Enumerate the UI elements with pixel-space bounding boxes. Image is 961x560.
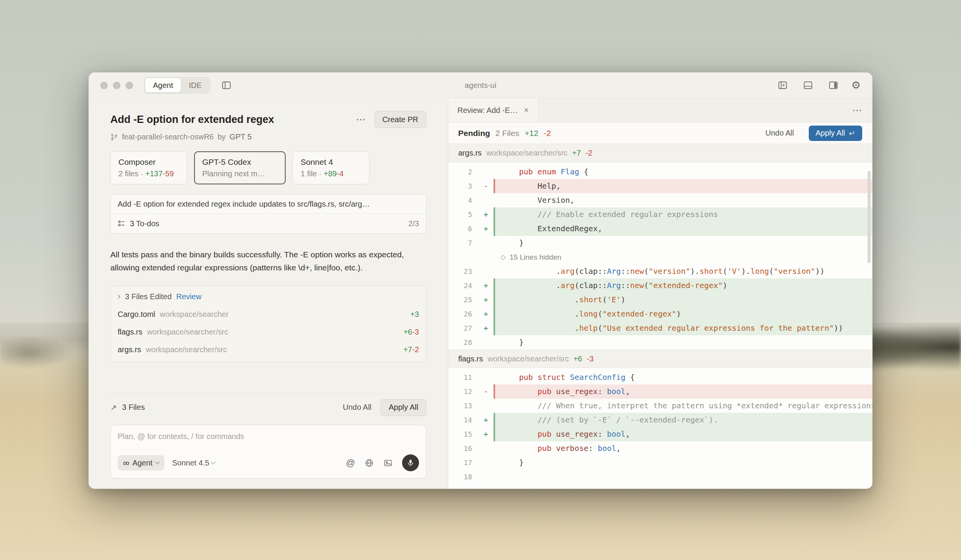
apply-all-button[interactable]: Apply All ↵	[809, 126, 862, 141]
diff-block: 2 pub enum Flag {3- Help,4 Version,5+ //…	[448, 162, 872, 350]
agent-card[interactable]: Composer2 files · +137-59	[110, 151, 187, 184]
git-branch-icon	[110, 133, 118, 141]
scrollbar-thumb[interactable]	[868, 171, 871, 263]
code-token: (clap::	[575, 281, 607, 290]
panel-left-collapse-icon[interactable]	[775, 78, 790, 93]
mode-selector[interactable]: ∞ Agent	[118, 455, 165, 471]
diff-marker	[478, 441, 494, 456]
model-label: Sonnet 4.5	[172, 459, 209, 467]
line-number: 23	[448, 264, 478, 278]
sidebar-toggle-icon[interactable]	[219, 78, 234, 93]
mode-tab-ide[interactable]: IDE	[181, 78, 209, 93]
edited-file-row[interactable]: flags.rsworkspace/searcher/src+6-3	[111, 323, 426, 341]
line-number: 2	[448, 165, 478, 179]
diff-file-header[interactable]: flags.rsworkspace/searcher/src+6-3	[448, 350, 872, 368]
line-number: 16	[448, 441, 478, 456]
diff-marker: +	[478, 222, 494, 236]
review-link[interactable]: Review	[176, 292, 202, 301]
line-number: 4	[448, 193, 478, 207]
line-number: 11	[448, 370, 478, 384]
review-tab[interactable]: Review: Add -E… ×	[448, 98, 539, 122]
apply-all-label: Apply All	[816, 129, 845, 138]
code-token: )	[723, 281, 727, 290]
close-icon[interactable]: ×	[524, 105, 529, 115]
code-token: help	[579, 323, 598, 333]
undo-all-button[interactable]: Undo All	[765, 129, 794, 138]
review-tab-label: Review: Add -E…	[457, 106, 518, 115]
window-minimize-button[interactable]	[113, 82, 120, 89]
code-token: bool	[607, 429, 625, 439]
diff-marker: -	[478, 384, 494, 399]
diff-file-header[interactable]: args.rsworkspace/searcher/src+7-2	[448, 144, 872, 162]
create-pr-button[interactable]: Create PR	[374, 111, 426, 128]
files-edited-header[interactable]: › 3 Files Edited Review	[111, 286, 426, 305]
edited-file-row[interactable]: Cargo.tomlworkspace/searcher+3	[111, 305, 426, 323]
branch-name: feat-parallel-search-oswR6	[122, 133, 214, 141]
edited-file-row[interactable]: args.rsworkspace/searcher/src+7-2	[111, 341, 426, 358]
removed-count: -3	[587, 355, 594, 363]
code-line: .long("extended-regex")	[495, 307, 872, 321]
todos-progress: 2/3	[408, 219, 419, 228]
model-selector[interactable]: Sonnet 4.5	[172, 459, 215, 467]
code-token: .	[500, 281, 561, 290]
code-token	[500, 429, 537, 439]
mode-tab-agent[interactable]: Agent	[145, 78, 181, 93]
code-token: :	[589, 444, 598, 453]
image-attach-icon[interactable]	[383, 458, 393, 468]
diff-line: 5+ /// Enable extended regular expressio…	[448, 207, 872, 222]
code-token: SearchConfig	[565, 373, 626, 382]
task-more-button[interactable]: ⋯	[356, 114, 366, 124]
code-token: {	[625, 373, 635, 382]
code-token: )	[621, 295, 625, 304]
agent-card[interactable]: GPT-5 CodexPlanning next m…	[194, 151, 286, 184]
code-token: :	[598, 387, 607, 396]
microphone-button[interactable]	[402, 454, 419, 471]
composer-input[interactable]	[118, 432, 419, 447]
code-token: Arg	[607, 267, 621, 276]
code-token	[500, 444, 537, 453]
line-number: 24	[448, 278, 478, 293]
web-globe-icon[interactable]	[364, 458, 374, 468]
code-token: short	[579, 295, 602, 304]
settings-gear-icon[interactable]: ⚙	[851, 80, 861, 91]
apply-all-button[interactable]: Apply All	[381, 399, 426, 416]
mention-at-icon[interactable]: @	[346, 457, 355, 468]
agent-card-subtitle: Planning next m…	[202, 169, 278, 178]
todos-row[interactable]: 3 To-dos 2/3	[111, 214, 426, 233]
hidden-lines-row[interactable]: ◇15 Lines hidden	[448, 250, 872, 264]
code-token: pub	[537, 444, 551, 453]
window-close-button[interactable]	[100, 82, 108, 89]
task-box[interactable]: Add -E option for extended regex include…	[110, 194, 426, 234]
file-path: workspace/searcher/src	[487, 355, 569, 363]
files-count: 2 Files	[495, 129, 519, 138]
panel-right-icon[interactable]	[826, 78, 841, 93]
mode-label: Agent	[132, 459, 152, 467]
code-token: (	[598, 309, 602, 318]
line-number: 25	[448, 293, 478, 307]
return-key-icon: ↵	[849, 129, 855, 138]
agent-card[interactable]: Sonnet 41 file · +89-4	[293, 151, 369, 184]
task-summary: Add -E option for extended regex include…	[111, 195, 426, 214]
window-content: Add -E option for extended regex ⋯ Creat…	[89, 98, 872, 489]
code-token: 'E'	[607, 295, 621, 304]
file-name: flags.rs	[118, 328, 142, 336]
code-token: new	[630, 267, 644, 276]
code-token: .	[500, 295, 579, 304]
undo-all-button[interactable]: Undo All	[343, 403, 372, 412]
review-more-button[interactable]: ⋯	[852, 105, 862, 115]
window-zoom-button[interactable]	[126, 82, 133, 89]
code-line: Help,	[495, 179, 872, 193]
diff-line: 28 }	[448, 335, 872, 350]
diff-marker	[478, 250, 494, 264]
diff-marker: +	[478, 321, 494, 335]
agent-cards: Composer2 files · +137-59GPT-5 CodexPlan…	[110, 151, 426, 184]
code-token: }	[500, 458, 524, 467]
diff-marker: -	[478, 179, 494, 193]
removed-count: -59	[163, 169, 174, 178]
panel-bottom-icon[interactable]	[801, 78, 815, 93]
agent-message: All tests pass and the binary builds suc…	[110, 248, 426, 274]
code-token: (	[769, 267, 773, 276]
line-number: 27	[448, 321, 478, 335]
code-token: )	[677, 309, 681, 318]
removed-count: -4	[337, 169, 344, 178]
